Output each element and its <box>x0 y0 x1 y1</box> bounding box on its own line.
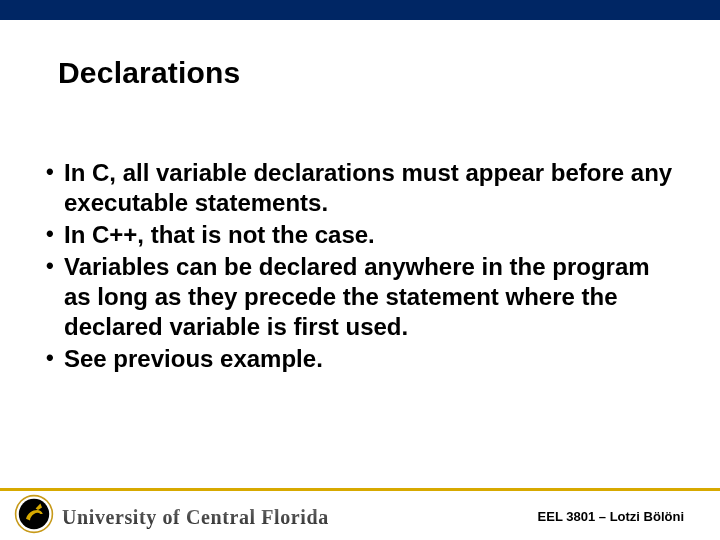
footer: University of Central Florida EEL 3801 –… <box>0 488 720 540</box>
slide-title: Declarations <box>58 56 240 90</box>
bullet-item: Variables can be declared anywhere in th… <box>42 252 682 342</box>
university-name: University of Central Florida <box>62 506 329 529</box>
bullet-item: See previous example. <box>42 344 682 374</box>
bullet-item: In C, all variable declarations must app… <box>42 158 682 218</box>
bullet-item: In C++, that is not the case. <box>42 220 682 250</box>
ucf-wordmark: University of Central Florida <box>62 502 402 532</box>
ucf-pegasus-icon <box>14 494 54 534</box>
course-footer-text: EEL 3801 – Lotzi Bölöni <box>538 509 684 524</box>
slide-body: In C, all variable declarations must app… <box>42 158 682 376</box>
footer-divider <box>0 488 720 491</box>
top-brand-bar <box>0 0 720 20</box>
